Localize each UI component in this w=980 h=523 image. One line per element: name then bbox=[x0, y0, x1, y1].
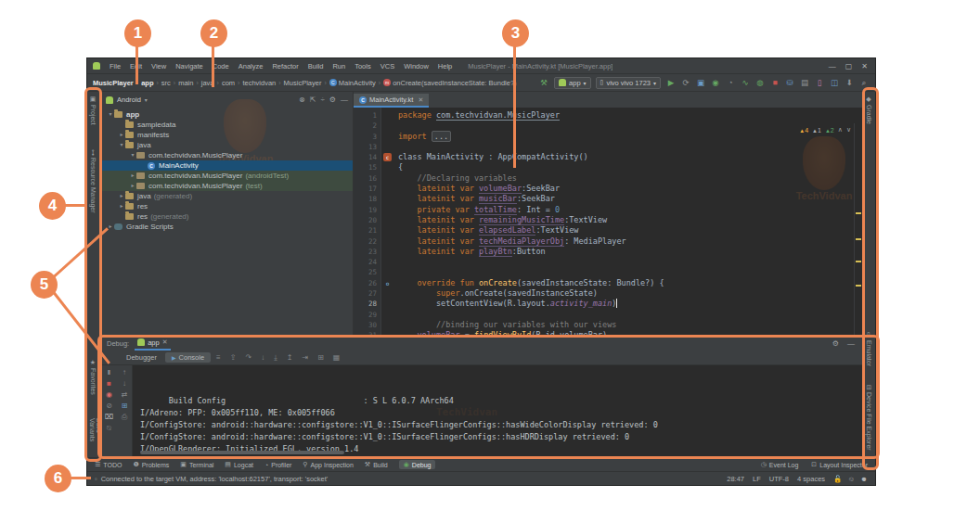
tool-window-button-logcat[interactable]: ▤Logcat bbox=[225, 461, 253, 468]
folder-icon bbox=[125, 142, 134, 148]
tree-arrow-icon[interactable]: ▾ bbox=[118, 140, 125, 150]
hide-icon[interactable]: — bbox=[341, 96, 348, 104]
tree-node-manifests[interactable]: ▸manifests bbox=[101, 130, 353, 140]
breadcrumb-item-1[interactable]: app bbox=[141, 79, 153, 87]
run-config-selector[interactable]: app ▾ bbox=[554, 77, 591, 89]
weak-warnings-badge[interactable]: ▲1 bbox=[812, 127, 821, 134]
tree-arrow-icon[interactable]: ▸ bbox=[118, 130, 125, 140]
highlight-level-icon[interactable]: ☺ bbox=[847, 475, 855, 483]
device-selector[interactable]: ▯ vivo vivo 1723 ▾ bbox=[596, 77, 661, 89]
typos-badge[interactable]: ▲2 bbox=[825, 127, 834, 134]
maximize-button[interactable]: ▢ bbox=[845, 62, 853, 70]
menu-run[interactable]: Run bbox=[328, 62, 350, 70]
tree-node-java[interactable]: ▾java bbox=[101, 140, 353, 150]
tool-window-button-terminal[interactable]: ▣Terminal bbox=[180, 461, 213, 468]
tree-arrow-icon[interactable]: ▾ bbox=[129, 150, 136, 160]
tool-window-bar: ☰TODO❶Problems▣Terminal▤Logcat◔Profiler⚲… bbox=[87, 457, 875, 471]
tree-node-sampledata[interactable]: sampledata bbox=[101, 120, 353, 130]
coverage-icon[interactable]: ◍ bbox=[754, 78, 766, 88]
project-view-selector[interactable]: Android bbox=[117, 96, 141, 104]
run-icon[interactable]: ▶ bbox=[665, 78, 677, 88]
tool-window-button-problems[interactable]: ❶Problems bbox=[133, 461, 169, 468]
menu-file[interactable]: File bbox=[105, 62, 125, 70]
minimize-button[interactable]: — bbox=[829, 62, 836, 70]
breadcrumb-item-5[interactable]: com bbox=[222, 79, 235, 87]
tree-node-com-techvidvan-musicplayer[interactable]: ▸com.techvidvan.MusicPlayer(test) bbox=[101, 181, 353, 191]
tree-arrow-icon[interactable]: ▸ bbox=[129, 171, 136, 181]
menu-view[interactable]: View bbox=[147, 62, 171, 70]
prev-issue-icon[interactable]: ∧ bbox=[838, 126, 843, 134]
close-button[interactable]: ✕ bbox=[861, 62, 868, 70]
tree-node-com-techvidvan-musicplayer[interactable]: ▾com.techvidvan.MusicPlayer bbox=[101, 150, 353, 160]
tree-node-res[interactable]: ▸res bbox=[101, 201, 353, 211]
indent-setting[interactable]: 4 spaces bbox=[797, 475, 825, 483]
sync-project-icon[interactable]: ⛁ bbox=[784, 78, 795, 88]
tool-window-button-app-inspection[interactable]: ⚲App Inspection bbox=[303, 461, 353, 468]
apply-code-changes-icon[interactable]: ▣ bbox=[695, 78, 706, 88]
tree-node-com-techvidvan-musicplayer[interactable]: ▸com.techvidvan.MusicPlayer(androidTest) bbox=[101, 171, 353, 181]
locate-file-icon[interactable]: ⊗ bbox=[299, 96, 305, 104]
heap-icon[interactable]: ☻ bbox=[860, 475, 868, 483]
tree-node-java[interactable]: ▸java(generated) bbox=[101, 191, 353, 201]
inspections-widget[interactable]: ▲4▲1▲2∧∨ bbox=[799, 126, 851, 134]
tree-arrow-icon[interactable]: ▸ bbox=[118, 191, 125, 201]
tool-window-button-profiler[interactable]: ◔Profiler bbox=[264, 462, 291, 468]
breadcrumb-item-7[interactable]: MusicPlayer bbox=[284, 79, 322, 87]
sdk-manager-icon[interactable]: ⬇ bbox=[844, 78, 855, 88]
annotated-screenshot-canvas: FileEditViewNavigateCodeAnalyzeRefactorB… bbox=[0, 0, 980, 523]
menu-tools[interactable]: Tools bbox=[350, 62, 376, 70]
debug-icon[interactable]: ◉ bbox=[710, 78, 721, 88]
tree-arrow-icon[interactable]: ▾ bbox=[107, 109, 114, 120]
line-separator[interactable]: LF bbox=[753, 475, 761, 483]
editor-scrollbar[interactable] bbox=[854, 123, 862, 335]
tree-node-app[interactable]: ▾app bbox=[101, 109, 353, 120]
collapse-all-icon[interactable]: ÷ bbox=[320, 96, 324, 104]
tool-window-button-debug[interactable]: ◉Debug bbox=[399, 460, 436, 469]
tree-arrow-icon[interactable]: ▸ bbox=[107, 222, 114, 232]
next-issue-icon[interactable]: ∨ bbox=[846, 126, 851, 134]
stop-icon[interactable]: ■ bbox=[769, 78, 780, 88]
breadcrumb-item-6[interactable]: techvidvan bbox=[242, 79, 276, 87]
tool-window-button-build[interactable]: ⚒Build bbox=[365, 461, 388, 468]
code-area[interactable]: package com.techvidvan.MusicPlayerimport… bbox=[381, 108, 862, 335]
tool-window-button-event-log[interactable]: ◷Event Log bbox=[761, 461, 799, 468]
menu-build[interactable]: Build bbox=[303, 62, 329, 70]
window-icon[interactable]: ▫ bbox=[95, 475, 97, 483]
breadcrumb-item-9[interactable]: monCreate(savedInstanceState: Bundle?) bbox=[383, 79, 516, 87]
file-encoding[interactable]: UTF-8 bbox=[769, 475, 789, 483]
profile-icon[interactable]: ◔ bbox=[725, 78, 736, 88]
settings-icon[interactable]: ⚙ bbox=[329, 96, 336, 104]
warnings-badge[interactable]: ▲4 bbox=[799, 127, 808, 134]
avd-manager-icon[interactable]: ▯ bbox=[814, 78, 825, 88]
menu-refactor[interactable]: Refactor bbox=[267, 62, 303, 70]
caret-position[interactable]: 28:47 bbox=[727, 475, 744, 483]
terminal-tool-icon[interactable]: ▤ bbox=[799, 78, 810, 88]
android-view-icon bbox=[106, 96, 113, 104]
menu-help[interactable]: Help bbox=[433, 62, 457, 70]
editor-tab-mainactivity[interactable]: C MainActivity.kt ✕ bbox=[354, 94, 429, 108]
build-hammer-icon[interactable]: ⚒ bbox=[538, 78, 549, 87]
tree-node-label: com.techvidvan.MusicPlayer bbox=[148, 150, 242, 160]
lock-icon[interactable]: 🔓 bbox=[833, 475, 842, 483]
breadcrumb-item-3[interactable]: main bbox=[178, 79, 193, 87]
tool-window-button-layout-inspector[interactable]: ⊡Layout Inspector bbox=[811, 461, 868, 468]
menu-vcs[interactable]: VCS bbox=[376, 62, 399, 70]
menu-navigate[interactable]: Navigate bbox=[171, 62, 208, 70]
breadcrumb-item-8[interactable]: CMainActivity bbox=[329, 79, 376, 87]
close-tab-icon[interactable]: ✕ bbox=[418, 96, 423, 104]
expand-all-icon[interactable]: ⇱ bbox=[310, 96, 316, 104]
profiler-sessions-icon[interactable]: ◫ bbox=[829, 78, 840, 88]
apply-changes-icon[interactable]: ⟳ bbox=[680, 78, 691, 88]
tree-node-mainactivity[interactable]: CMainActivity bbox=[101, 160, 353, 171]
tree-node-res[interactable]: res(generated) bbox=[101, 211, 353, 222]
menu-analyze[interactable]: Analyze bbox=[234, 62, 268, 70]
menu-window[interactable]: Window bbox=[399, 62, 433, 70]
attach-debugger-icon[interactable]: ∿ bbox=[740, 78, 751, 88]
tree-arrow-icon[interactable]: ▸ bbox=[118, 201, 125, 211]
tree-arrow-icon[interactable]: ▸ bbox=[129, 181, 136, 191]
tool-window-button-todo[interactable]: ☰TODO bbox=[95, 461, 122, 468]
tree-node-gradle-scripts[interactable]: ▸Gradle Scripts bbox=[101, 222, 353, 232]
search-everywhere-icon[interactable]: ⌕ bbox=[858, 78, 870, 88]
breadcrumb-item-2[interactable]: src bbox=[161, 79, 171, 87]
breadcrumb-item-0[interactable]: MusicPlayer bbox=[93, 79, 134, 87]
